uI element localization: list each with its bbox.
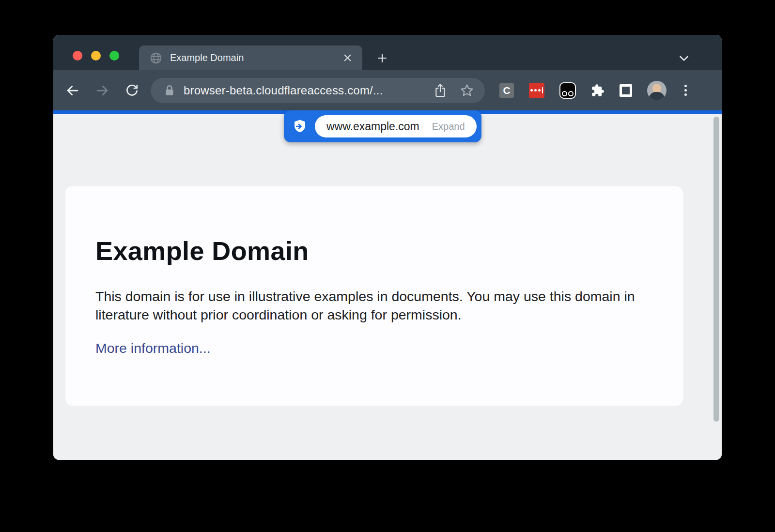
tab-strip: Example Domain [53, 35, 722, 70]
extensions-row: C [499, 81, 690, 100]
page-paragraph: This domain is for use in illustrative e… [95, 287, 652, 324]
tab-title: Example Domain [170, 52, 341, 63]
extension-lastpass-icon[interactable] [529, 83, 544, 98]
tab-search-chevron-icon[interactable] [673, 47, 695, 69]
new-tab-button[interactable] [371, 47, 393, 69]
extensions-puzzle-icon[interactable] [591, 84, 604, 97]
isolation-url-pill[interactable]: www.example.com Expand [284, 110, 481, 142]
browser-window: Example Domain [53, 35, 722, 460]
globe-favicon-icon [150, 52, 162, 64]
profile-avatar[interactable] [647, 81, 666, 100]
tab-close-icon[interactable] [341, 51, 355, 65]
forward-button[interactable] [92, 80, 113, 101]
expand-button[interactable]: Expand [432, 121, 465, 132]
extension-c-icon[interactable]: C [499, 83, 514, 98]
share-icon[interactable] [434, 83, 447, 98]
content-card: Example Domain This domain is for use in… [65, 186, 683, 406]
back-button[interactable] [62, 80, 83, 101]
page-viewport: www.example.com Expand Example Domain Th… [53, 114, 722, 460]
back-arrow-icon [65, 83, 80, 98]
url-text[interactable]: browser-beta.cloudflareaccess.com/... [184, 84, 421, 97]
bookmark-star-icon[interactable] [460, 83, 474, 98]
page-heading: Example Domain [95, 236, 653, 266]
extension-circles-icon[interactable] [559, 82, 576, 99]
browser-tab[interactable]: Example Domain [139, 46, 362, 70]
scrollbar-thumb[interactable] [713, 117, 719, 422]
reload-button[interactable] [121, 80, 142, 101]
lock-icon[interactable] [164, 84, 175, 97]
extension-square-icon[interactable] [620, 84, 632, 97]
reload-icon [125, 83, 139, 97]
more-information-link[interactable]: More information... [95, 340, 211, 356]
minimize-window-button[interactable] [91, 51, 101, 61]
toolbar: browser-beta.cloudflareaccess.com/... C [53, 70, 722, 110]
isolated-hostname: www.example.com [326, 120, 419, 133]
browser-menu-kebab-icon[interactable] [682, 82, 690, 99]
isolation-hostname-pill[interactable]: www.example.com Expand [315, 115, 477, 137]
close-window-button[interactable] [73, 51, 82, 61]
forward-arrow-icon [95, 83, 109, 98]
address-bar[interactable]: browser-beta.cloudflareaccess.com/... [151, 78, 485, 103]
zoom-window-button[interactable] [109, 51, 119, 61]
window-controls [73, 51, 119, 61]
shield-arrow-icon [292, 119, 308, 134]
